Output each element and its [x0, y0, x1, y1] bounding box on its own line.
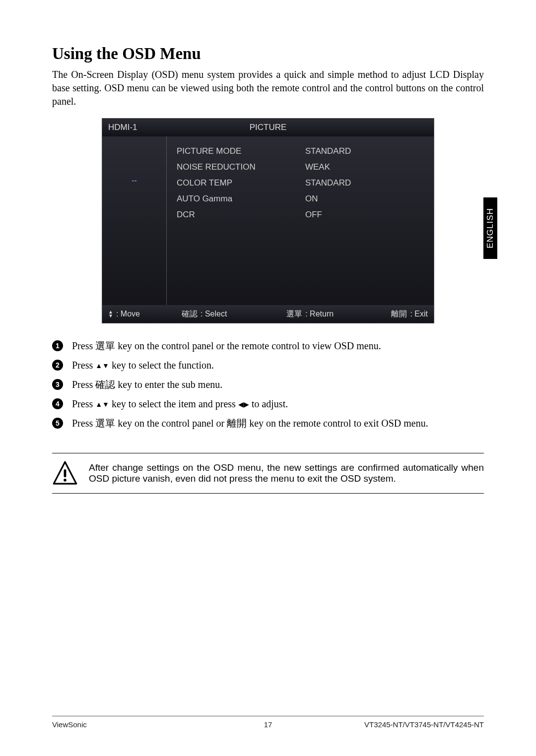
osd-row-value[interactable]: WEAK: [305, 159, 424, 175]
osd-sidebar-icon-placeholder: [128, 143, 141, 156]
osd-header: HDMI-1 PICTURE: [102, 119, 434, 136]
updown-icon: ▲▼: [95, 400, 109, 410]
svg-point-2: [64, 479, 67, 482]
step-2: 2 Press ▲▼ key to select the function.: [52, 359, 484, 372]
osd-hint-select: 確認 : Select: [173, 309, 286, 319]
osd-hint-exit-key: 離開: [391, 309, 407, 319]
intro-paragraph: The On-Screen Display (OSD) menu system …: [52, 68, 484, 108]
footer-brand: ViewSonic: [52, 720, 196, 729]
footer-model: VT3245-NT/VT3745-NT/VT4245-NT: [340, 720, 484, 729]
osd-settings: PICTURE MODE NOISE REDUCTION COLOR TEMP …: [167, 136, 434, 305]
osd-sidebar-dash: --: [132, 176, 137, 185]
language-tab: ENGLISH: [483, 197, 497, 259]
osd-title: PICTURE: [173, 123, 363, 132]
step-text: Press 確認 key to enter the sub menu.: [72, 378, 222, 391]
osd-row-value[interactable]: STANDARD: [305, 143, 424, 159]
osd-hint-exit-label: : Exit: [410, 310, 428, 318]
osd-footer: ▲▼ : Move 確認 : Select 選單 : Return 離開 : E…: [102, 305, 434, 323]
osd-hint-exit: 離開 : Exit: [391, 309, 428, 319]
step-5: 5 Press 選單 key on the control panel or 離…: [52, 417, 484, 430]
step-text: Press 選單 key on the control panel or 離開 …: [72, 417, 428, 430]
osd-hint-return-key: 選單: [286, 309, 302, 319]
step-bullet: 3: [52, 379, 63, 390]
step-4: 4 Press ▲▼ key to select the item and pr…: [52, 397, 484, 411]
osd-hint-return: 選單 : Return: [286, 309, 391, 319]
step-text: Press ▲▼ key to select the item and pres…: [72, 397, 288, 411]
osd-row-label[interactable]: AUTO Gamma: [177, 191, 305, 207]
osd-row-label[interactable]: COLOR TEMP: [177, 175, 305, 191]
step-bullet: 5: [52, 418, 63, 429]
step-3: 3 Press 確認 key to enter the sub menu.: [52, 378, 484, 391]
step-bullet: 2: [52, 360, 63, 371]
osd-hint-select-label: : Select: [201, 310, 227, 318]
osd-row-value[interactable]: OFF: [305, 207, 424, 223]
footer-page-number: 17: [196, 720, 340, 729]
osd-sidebar: --: [102, 136, 167, 305]
osd-hint-return-label: : Return: [305, 310, 334, 318]
step-bullet: 4: [52, 398, 63, 409]
osd-row-label[interactable]: DCR: [177, 207, 305, 223]
osd-panel: HDMI-1 PICTURE -- PICTURE MODE NOISE RED…: [102, 118, 434, 323]
osd-hint-move-label: : Move: [116, 310, 140, 318]
osd-source-label: HDMI-1: [108, 123, 173, 132]
osd-row-value[interactable]: STANDARD: [305, 175, 424, 191]
step-bullet: 1: [52, 340, 63, 351]
notice-text: After change settings on the OSD menu, t…: [89, 462, 484, 484]
warning-icon: [52, 460, 78, 486]
osd-row-value[interactable]: ON: [305, 191, 424, 207]
page-footer: ViewSonic 17 VT3245-NT/VT3745-NT/VT4245-…: [52, 716, 484, 729]
step-text: Press ▲▼ key to select the function.: [72, 359, 214, 372]
step-text: Press 選單 key on the control panel or the…: [72, 339, 381, 353]
osd-body: -- PICTURE MODE NOISE REDUCTION COLOR TE…: [102, 136, 434, 305]
svg-rect-1: [64, 469, 67, 477]
page-heading: Using the OSD Menu: [52, 45, 484, 63]
updown-icon: ▲▼: [95, 362, 109, 371]
osd-row-label[interactable]: PICTURE MODE: [177, 143, 305, 159]
step-1: 1 Press 選單 key on the control panel or t…: [52, 339, 484, 353]
steps-list: 1 Press 選單 key on the control panel or t…: [52, 339, 484, 430]
notice-box: After change settings on the OSD menu, t…: [52, 453, 484, 494]
osd-row-label[interactable]: NOISE REDUCTION: [177, 159, 305, 175]
leftright-icon: ◀▶: [238, 400, 249, 410]
osd-hint-select-key: 確認: [182, 309, 198, 319]
updown-icon: ▲▼: [108, 310, 113, 318]
osd-hint-move: ▲▼ : Move: [108, 310, 173, 318]
